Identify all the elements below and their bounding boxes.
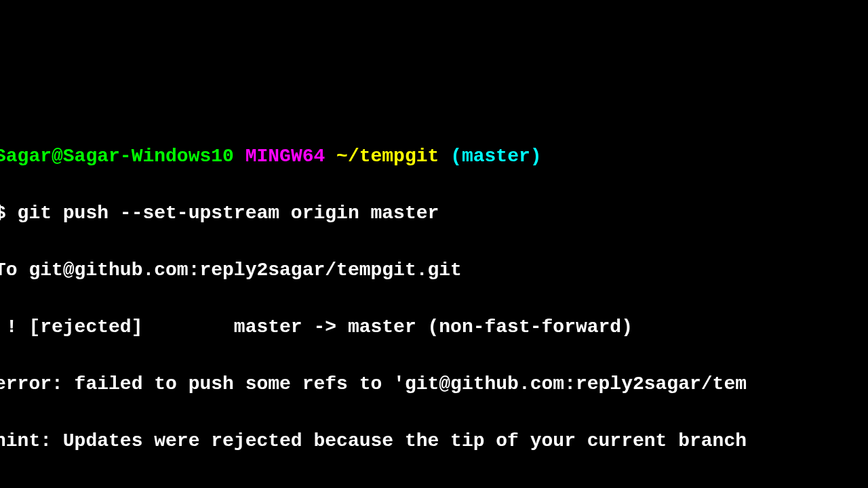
prompt-line-1: Sagar@Sagar-Windows10 MINGW64 ~/tempgit … (0, 142, 868, 171)
user-host: Sagar@Sagar-Windows10 (0, 146, 234, 167)
output-hint-1: hint: Updates were rejected because the … (0, 427, 868, 455)
output-rejected: ! [rejected] master -> master (non-fast-… (0, 313, 868, 342)
terminal-output[interactable]: Sagar@Sagar-Windows10 MINGW64 ~/tempgit … (0, 114, 868, 488)
output-to: To git@github.com:reply2sagar/tempgit.gi… (0, 256, 868, 285)
output-hint-2: hint: its remote counterpart. Integrate … (0, 484, 868, 488)
branch: (master) (450, 146, 541, 167)
command-line-1: $ git push --set-upstream origin master (0, 199, 868, 228)
path: ~/tempgit (336, 146, 439, 167)
shell-env: MINGW64 (245, 146, 326, 167)
output-error: error: failed to push some refs to 'git@… (0, 370, 868, 399)
